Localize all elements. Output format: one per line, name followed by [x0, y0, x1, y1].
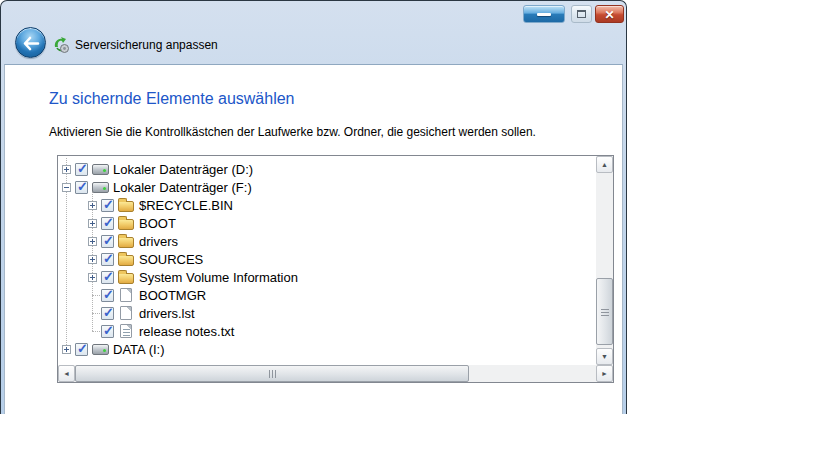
checkbox-checked[interactable]: [101, 199, 114, 212]
folder-icon: [118, 201, 134, 212]
drive-icon: [92, 164, 109, 175]
wizard-window: ✕ Serversicherung anpassen Zu sichernde …: [0, 0, 627, 414]
scroll-right-button[interactable]: ►: [596, 365, 613, 382]
restore-icon: [577, 10, 586, 18]
tree-row[interactable]: DATA (I:): [58, 340, 578, 358]
tree-item-label: release notes.txt: [139, 324, 234, 339]
expand-plus-icon[interactable]: [88, 237, 97, 246]
server-backup-app-icon: [53, 37, 69, 53]
expand-plus-icon[interactable]: [88, 219, 97, 228]
tree-item-label: BOOT: [139, 216, 176, 231]
tree-row[interactable]: $RECYCLE.BIN: [58, 196, 578, 214]
drive-icon: [92, 344, 109, 355]
vertical-scrollbar-thumb[interactable]: [596, 278, 613, 345]
page-title: Zu sichernde Elemente auswählen: [49, 90, 294, 108]
tree-row[interactable]: release notes.txt: [58, 322, 578, 340]
arrow-right-icon: ►: [601, 370, 608, 377]
wizard-page: Zu sichernde Elemente auswählen Aktivier…: [4, 64, 623, 414]
close-icon: ✕: [596, 7, 623, 23]
expand-plus-icon[interactable]: [88, 255, 97, 264]
tree-item-label: $RECYCLE.BIN: [139, 198, 233, 213]
file-icon: [120, 306, 132, 320]
expand-plus-icon[interactable]: [62, 165, 71, 174]
checkbox-checked[interactable]: [101, 253, 114, 266]
close-button[interactable]: ✕: [595, 5, 624, 23]
checkbox-checked[interactable]: [101, 217, 114, 230]
folder-icon: [118, 219, 134, 230]
tree-item-label: drivers.lst: [139, 306, 195, 321]
horizontal-scrollbar-thumb[interactable]: [75, 365, 469, 382]
tree-row[interactable]: drivers: [58, 232, 578, 250]
folder-icon: [118, 237, 134, 248]
vertical-scrollbar[interactable]: ▲ ▼: [596, 156, 613, 365]
checkbox-checked[interactable]: [75, 163, 88, 176]
tree-row[interactable]: Lokaler Datenträger (F:): [58, 178, 578, 196]
wizard-title: Serversicherung anpassen: [75, 38, 218, 52]
tree-row[interactable]: BOOT: [58, 214, 578, 232]
checkbox-checked[interactable]: [101, 307, 114, 320]
checkbox-checked[interactable]: [75, 343, 88, 356]
checkbox-checked[interactable]: [75, 181, 88, 194]
expand-plus-icon[interactable]: [88, 201, 97, 210]
tree-item-label: BOOTMGR: [139, 288, 206, 303]
checkbox-checked[interactable]: [101, 325, 114, 338]
checkbox-checked[interactable]: [101, 289, 114, 302]
back-button[interactable]: [15, 27, 46, 58]
tree-row[interactable]: SOURCES: [58, 250, 578, 268]
checkbox-checked[interactable]: [101, 235, 114, 248]
backup-items-tree[interactable]: Lokaler Datenträger (D:) Lokaler Datentr…: [57, 155, 614, 383]
tree-item-label: drivers: [139, 234, 178, 249]
arrow-down-icon: ▼: [601, 353, 608, 360]
tree-item-label: Lokaler Datenträger (D:): [113, 162, 253, 177]
minimize-button[interactable]: [523, 5, 565, 23]
back-arrow-icon: [22, 36, 41, 51]
tree-row[interactable]: System Volume Information: [58, 268, 578, 286]
folder-icon: [118, 273, 134, 284]
drive-icon: [92, 182, 109, 193]
arrow-left-icon: ◄: [63, 370, 70, 377]
tree-item-label: DATA (I:): [113, 342, 165, 357]
checkbox-checked[interactable]: [101, 271, 114, 284]
arrow-up-icon: ▲: [601, 161, 608, 168]
folder-icon: [118, 255, 134, 266]
tree-row[interactable]: drivers.lst: [58, 304, 578, 322]
scroll-down-button[interactable]: ▼: [596, 348, 613, 365]
file-text-icon: [120, 324, 132, 338]
page-instruction: Aktivieren Sie die Kontrollkästchen der …: [49, 125, 536, 139]
restore-button[interactable]: [571, 5, 592, 23]
collapse-minus-icon[interactable]: [62, 183, 71, 192]
scroll-up-button[interactable]: ▲: [596, 156, 613, 173]
tree-row[interactable]: BOOTMGR: [58, 286, 578, 304]
minimize-icon: [537, 13, 551, 16]
scroll-left-button[interactable]: ◄: [58, 365, 75, 382]
horizontal-scrollbar[interactable]: ◄ ►: [58, 365, 613, 382]
file-icon: [120, 288, 132, 302]
expand-plus-icon[interactable]: [88, 273, 97, 282]
screen: ✕ Serversicherung anpassen Zu sichernde …: [0, 0, 819, 460]
expand-plus-icon[interactable]: [62, 345, 71, 354]
tree-item-label: Lokaler Datenträger (F:): [113, 180, 252, 195]
tree-item-label: System Volume Information: [139, 270, 298, 285]
tree-row[interactable]: Lokaler Datenträger (D:): [58, 160, 578, 178]
tree-item-label: SOURCES: [139, 252, 203, 267]
